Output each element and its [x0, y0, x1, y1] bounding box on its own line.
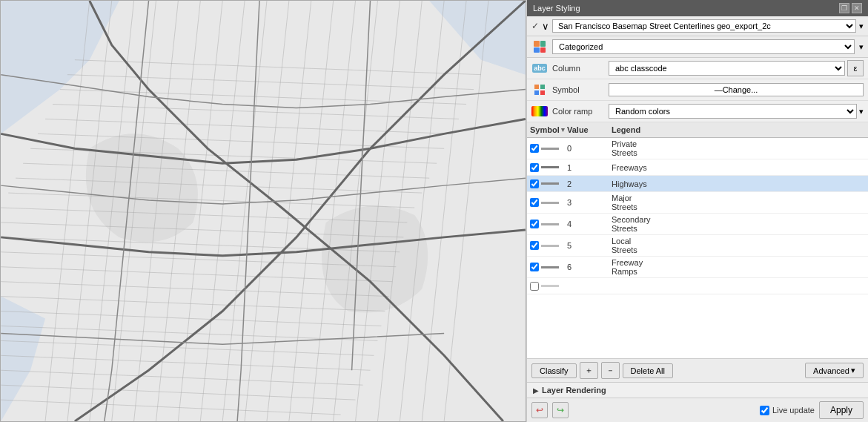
row-checkbox[interactable]	[530, 282, 539, 291]
cell-legend: Local Streets	[609, 235, 653, 256]
add-category-button[interactable]: ＋	[580, 362, 598, 379]
column-icon: abc	[531, 60, 548, 76]
cell-value: 6	[564, 261, 609, 273]
table-body: 0Private Streets1Freeways2Highways3Major…	[527, 138, 868, 358]
cell-value: 0	[564, 142, 609, 154]
change-symbol-button[interactable]: —Change...	[609, 83, 864, 96]
cell-extra	[653, 201, 868, 204]
epsilon-button[interactable]: ε	[847, 60, 864, 76]
panel-title: Layer Styling	[533, 4, 580, 13]
panel-titlebar: Layer Styling ❐ ✕	[527, 0, 868, 16]
color-ramp-selector[interactable]: Random colors	[609, 104, 857, 119]
cell-extra	[653, 244, 868, 247]
redo-icon: ↪	[557, 405, 564, 415]
cell-symbol	[527, 178, 564, 190]
row-checkbox[interactable]	[530, 198, 539, 207]
layer-type-icon: ∨	[542, 21, 549, 32]
renderer-arrow-icon: ▾	[859, 42, 864, 52]
delete-all-button[interactable]: Delete All	[623, 363, 673, 378]
table-row[interactable]: 4Secondary Streets	[527, 214, 868, 235]
row-checkbox[interactable]	[530, 220, 539, 228]
layer-arrow-icon: ▾	[859, 22, 864, 31]
classify-button[interactable]: Classify	[531, 363, 577, 378]
symbol-icon	[531, 82, 548, 98]
layer-visible-icon: ✓	[531, 21, 539, 31]
row-checkbox[interactable]	[530, 163, 539, 172]
symbol-row: Symbol —Change...	[527, 79, 868, 101]
table-row[interactable]: 6Freeway Ramps	[527, 257, 868, 278]
svg-rect-45	[540, 85, 545, 89]
cell-extra	[653, 222, 868, 225]
cell-legend: Secondary Streets	[609, 214, 653, 234]
cell-extra	[653, 182, 868, 185]
cell-symbol	[527, 197, 564, 208]
cell-symbol	[527, 261, 564, 273]
layer-rendering-section[interactable]: ▶ Layer Rendering	[527, 383, 868, 398]
line-swatch	[541, 223, 559, 225]
action-row: Classify ＋ － Delete All Advanced ▾	[527, 359, 868, 383]
cell-legend: Highways	[609, 178, 653, 190]
cell-legend: Freeways	[609, 162, 653, 174]
restore-button[interactable]: ❐	[839, 3, 849, 13]
cell-value: 2	[564, 178, 609, 190]
remove-category-button[interactable]: －	[601, 362, 620, 379]
redo-button[interactable]: ↪	[552, 402, 569, 418]
svg-rect-47	[540, 90, 545, 95]
color-ramp-field: Random colors ▾	[609, 104, 864, 119]
live-update-area: Live update	[760, 406, 815, 415]
symbol-column-header[interactable]: Symbol ▾	[527, 124, 564, 136]
line-swatch	[541, 202, 559, 204]
undo-button[interactable]: ↩	[531, 402, 548, 418]
cell-extra	[653, 166, 868, 169]
line-swatch	[541, 166, 559, 168]
layer-rendering-title: Layer Rendering	[542, 386, 606, 395]
cell-symbol	[527, 218, 564, 230]
symbol-label: Symbol	[552, 85, 604, 94]
abc-icon: abc	[532, 64, 547, 73]
table-header: Symbol ▾ Value Legend	[527, 122, 868, 138]
advanced-button[interactable]: Advanced ▾	[805, 363, 864, 378]
row-checkbox[interactable]	[530, 144, 539, 153]
cell-legend: Major Streets	[609, 192, 653, 213]
color-ramp-icon	[531, 103, 548, 119]
apply-button[interactable]: Apply	[819, 401, 864, 419]
titlebar-buttons: ❐ ✕	[839, 3, 862, 13]
cell-legend	[609, 285, 653, 288]
cell-symbol	[527, 280, 564, 292]
cell-legend: Freeway Ramps	[609, 257, 653, 277]
line-swatch	[541, 266, 559, 268]
column-field: abc classcode ε	[609, 60, 864, 76]
column-label: Column	[552, 64, 604, 73]
cell-symbol	[527, 162, 564, 174]
cell-value: 1	[564, 162, 609, 174]
cell-value: 3	[564, 197, 609, 208]
column-selector[interactable]: abc classcode	[609, 61, 845, 76]
table-row[interactable]: 2Highways	[527, 176, 868, 192]
table-row[interactable]: 0Private Streets	[527, 138, 868, 159]
classification-table: Symbol ▾ Value Legend 0Private Streets1F…	[527, 122, 868, 359]
line-swatch	[541, 182, 559, 185]
legend-column-header[interactable]: Legend	[609, 124, 653, 136]
svg-rect-44	[534, 85, 539, 89]
table-row[interactable]: 5Local Streets	[527, 235, 868, 257]
map-canvas[interactable]	[0, 0, 526, 422]
cell-value: 4	[564, 218, 609, 230]
column-row: abc Column abc classcode ε	[527, 58, 868, 79]
value-column-header[interactable]: Value	[564, 124, 609, 136]
row-checkbox[interactable]	[530, 241, 539, 250]
cell-extra	[653, 266, 868, 268]
table-row[interactable]: 1Freeways	[527, 159, 868, 176]
live-update-checkbox[interactable]	[760, 406, 769, 415]
row-checkbox[interactable]	[530, 263, 539, 271]
cell-value: 5	[564, 240, 609, 251]
table-row[interactable]	[527, 278, 868, 294]
close-button[interactable]: ✕	[852, 3, 862, 13]
table-row[interactable]: 3Major Streets	[527, 192, 868, 214]
cell-symbol	[527, 142, 564, 154]
symbol-field: —Change...	[609, 83, 864, 96]
renderer-selector[interactable]: Categorized	[552, 39, 855, 54]
layer-selector[interactable]: San Francisco Basemap Street Centerlines…	[552, 19, 856, 33]
cell-legend: Private Streets	[609, 138, 653, 159]
row-checkbox[interactable]	[530, 179, 539, 188]
undo-icon: ↩	[536, 405, 543, 415]
